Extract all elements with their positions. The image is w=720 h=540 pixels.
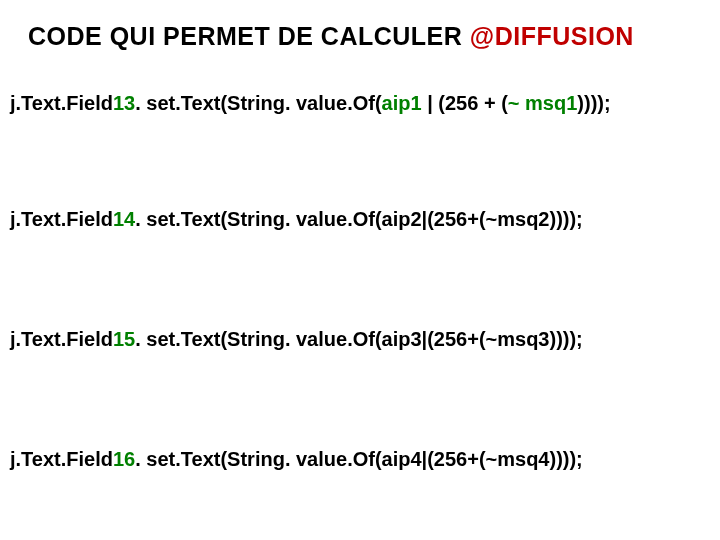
- code-text: j.Text.Field: [10, 448, 113, 470]
- code-line-3: j.Text.Field15. set.Text(String. value.O…: [10, 328, 583, 351]
- code-text: j.Text.Field: [10, 208, 113, 230]
- code-line-2: j.Text.Field14. set.Text(String. value.O…: [10, 208, 583, 231]
- code-arg: aip1: [382, 92, 422, 114]
- code-text: . set.Text(String. value.Of(aip4|(256+(~…: [135, 448, 583, 470]
- title-highlight: @DIFFUSION: [470, 22, 634, 50]
- code-number: 13: [113, 92, 135, 114]
- code-text: . set.Text(String. value.Of(aip3|(256+(~…: [135, 328, 583, 350]
- code-line-1: j.Text.Field13. set.Text(String. value.O…: [10, 92, 611, 115]
- code-text: ))));: [577, 92, 610, 114]
- code-arg: msq1: [525, 92, 577, 114]
- slide-title: CODE QUI PERMET DE CALCULER @DIFFUSION: [28, 22, 634, 51]
- code-number: 15: [113, 328, 135, 350]
- title-prefix: CODE QUI PERMET DE CALCULER: [28, 22, 470, 50]
- code-text: j.Text.Field: [10, 328, 113, 350]
- slide: CODE QUI PERMET DE CALCULER @DIFFUSION j…: [0, 0, 720, 540]
- code-tilde: ~: [508, 92, 520, 114]
- code-text: . set.Text(String. value.Of(aip2|(256+(~…: [135, 208, 583, 230]
- code-text: | (256 + (: [422, 92, 508, 114]
- code-text: . set.Text(String. value.Of(: [135, 92, 381, 114]
- code-line-4: j.Text.Field16. set.Text(String. value.O…: [10, 448, 583, 471]
- code-number: 14: [113, 208, 135, 230]
- code-number: 16: [113, 448, 135, 470]
- code-text: j.Text.Field: [10, 92, 113, 114]
